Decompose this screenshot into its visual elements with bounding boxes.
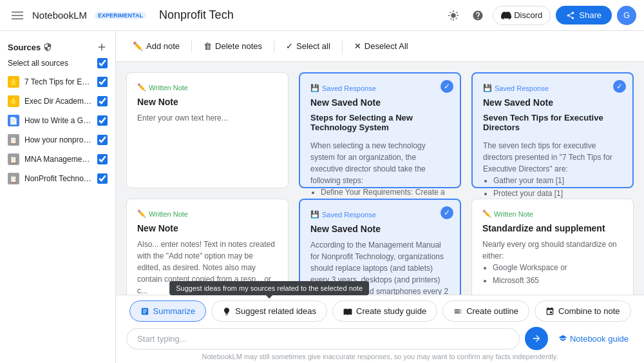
source-checkbox[interactable] xyxy=(97,173,108,184)
sidebar-item[interactable]: ⭐ 7 Tech Tips for Exec... xyxy=(0,72,115,92)
source-list: ⭐ 7 Tech Tips for Exec... ⭐ Exec Dir Aca… xyxy=(0,72,115,188)
note-select-checkbox[interactable] xyxy=(613,80,626,93)
note-card[interactable]: 💾 Saved Response New Saved Note Steps fo… xyxy=(299,72,461,188)
app-container: NotebookLM EXPERIMENTAL Nonprofit Tech D… xyxy=(0,0,644,363)
notebook-guide-button[interactable]: Notebook guide xyxy=(553,331,634,346)
select-all-row: Select all sources xyxy=(0,57,115,72)
note-title: New Saved Note xyxy=(483,97,622,108)
source-name: MNA Management Ma... xyxy=(24,155,92,164)
x-icon: ✕ xyxy=(354,41,361,51)
discord-label: Discord xyxy=(514,10,542,20)
select-all-toolbar-button[interactable]: ✓ Select all xyxy=(279,37,337,55)
bottom-panel: Summarize Suggest related ideas Suggest … xyxy=(116,295,644,363)
source-icon: ⭐ xyxy=(8,95,19,107)
notes-grid: ✏️ Written Note New Note Enter your own … xyxy=(116,62,644,295)
note-card[interactable]: 💾 Saved Response New Saved Note Seven Te… xyxy=(471,72,634,188)
sidebar-item[interactable]: 📋 NonProfit Technology _ xyxy=(0,169,115,188)
note-body: Also... enter notes! Text in notes creat… xyxy=(137,239,278,295)
study-guide-button[interactable]: Create study guide xyxy=(332,300,437,322)
main-layout: Sources Select all sources ⭐ 7 Tech Tips… xyxy=(0,31,644,363)
source-checkbox[interactable] xyxy=(97,115,108,126)
note-type-icon: ✏️ xyxy=(482,210,491,218)
source-checkbox[interactable] xyxy=(97,154,108,164)
sidebar-header: Sources xyxy=(0,36,115,57)
note-card[interactable]: ✏️ Written Note Standardize and suppleme… xyxy=(471,199,634,295)
source-name: 7 Tech Tips for Exec... xyxy=(24,77,92,86)
suggest-button[interactable]: Suggest related ideas xyxy=(211,300,327,322)
create-outline-button[interactable]: Create outline xyxy=(442,300,529,322)
note-type-icon: 💾 xyxy=(310,210,319,219)
select-all-label: Select all sources xyxy=(8,59,68,68)
svg-rect-2 xyxy=(12,18,23,19)
source-icon: 📋 xyxy=(8,173,19,184)
checkmark-icon: ✓ xyxy=(286,41,293,51)
sidebar-item[interactable]: 📋 MNA Management Ma... xyxy=(0,150,115,169)
note-card[interactable]: ✏️ Written Note New Note Enter your own … xyxy=(126,72,289,188)
note-body: Enter your own text here... xyxy=(137,112,278,124)
sidebar-title: Sources xyxy=(8,43,52,52)
content-area: ✏️ Add note 🗑 Delete notes ✓ Select all … xyxy=(116,31,644,363)
note-type-label: ✏️ Written Note xyxy=(482,210,623,218)
theme-toggle-button[interactable] xyxy=(444,6,463,25)
note-body: Nearly every org should standardize on e… xyxy=(482,239,623,288)
topbar-actions: Discord Share G xyxy=(444,6,636,25)
note-title: New Note xyxy=(137,223,278,233)
add-source-button[interactable] xyxy=(96,41,108,53)
note-type-icon: ✏️ xyxy=(137,83,146,92)
summarize-button[interactable]: Summarize xyxy=(129,300,207,322)
delete-notes-button[interactable]: 🗑 Delete notes xyxy=(197,37,269,55)
hamburger-menu[interactable] xyxy=(8,6,27,25)
source-icon: ⭐ xyxy=(8,76,19,88)
note-select-checkbox[interactable] xyxy=(440,80,453,93)
note-select-checkbox[interactable] xyxy=(440,206,453,219)
source-icon: 📄 xyxy=(8,115,19,126)
source-checkbox[interactable] xyxy=(97,77,108,87)
deselect-all-button[interactable]: ✕ Deselect All xyxy=(348,37,415,55)
chat-input[interactable] xyxy=(126,328,520,349)
help-button[interactable] xyxy=(468,6,488,25)
note-type-label: ✏️ Written Note xyxy=(137,83,278,92)
source-name: Exec Dir Academy 20... xyxy=(24,97,92,106)
source-icon: 📋 xyxy=(8,134,19,146)
avatar[interactable]: G xyxy=(617,6,636,25)
add-note-button[interactable]: ✏️ Add note xyxy=(126,37,186,55)
note-type-icon: 💾 xyxy=(483,84,492,92)
share-label: Share xyxy=(579,10,601,20)
input-row: Notebook guide xyxy=(126,327,634,350)
action-buttons-row: Summarize Suggest related ideas Suggest … xyxy=(126,300,634,322)
share-button[interactable]: Share xyxy=(556,6,612,25)
note-title: New Saved Note xyxy=(310,97,450,108)
suggest-btn-wrapper: Suggest related ideas Suggest ideas from… xyxy=(211,300,327,322)
combine-button[interactable]: Combine to note xyxy=(535,300,630,322)
add-note-icon: ✏️ xyxy=(133,41,143,51)
select-all-checkbox[interactable] xyxy=(97,58,108,68)
notebook-title: Nonprofit Tech xyxy=(159,8,439,22)
sidebar-item[interactable]: 📋 How your nonprofit ca... xyxy=(0,130,115,150)
svg-rect-1 xyxy=(12,15,23,16)
note-type-label: 💾 Saved Response xyxy=(310,84,450,92)
source-name: NonProfit Technology _ xyxy=(24,174,92,183)
sidebar-item[interactable]: 📄 How to Write a Grant... xyxy=(0,111,115,130)
note-title: New Saved Note xyxy=(310,224,450,234)
note-card[interactable]: ✏️ Written Note New Note Also... enter n… xyxy=(126,199,289,295)
source-name: How your nonprofit ca... xyxy=(24,135,92,144)
footer-text: NotebookLM may still sometimes give inac… xyxy=(126,353,634,360)
sidebar: Sources Select all sources ⭐ 7 Tech Tips… xyxy=(0,31,116,363)
note-body: According to the Management Manual for N… xyxy=(310,239,450,295)
source-checkbox[interactable] xyxy=(97,96,108,106)
send-button[interactable] xyxy=(525,327,548,350)
note-type-label: 💾 Saved Response xyxy=(483,84,622,92)
note-card[interactable]: 💾 Saved Response New Saved Note Accordin… xyxy=(299,199,461,295)
source-name: How to Write a Grant... xyxy=(24,116,92,125)
toolbar-divider-3 xyxy=(342,40,343,53)
source-checkbox[interactable] xyxy=(97,135,108,145)
svg-rect-0 xyxy=(12,12,23,13)
note-title: Standardize and supplement xyxy=(482,223,623,233)
note-type-label: ✏️ Written Note xyxy=(137,210,278,218)
note-type-icon: 💾 xyxy=(310,84,319,92)
topbar: NotebookLM EXPERIMENTAL Nonprofit Tech D… xyxy=(0,0,644,31)
note-title: New Note xyxy=(137,97,278,107)
sidebar-item[interactable]: ⭐ Exec Dir Academy 20... xyxy=(0,92,115,111)
toolbar-divider xyxy=(191,40,192,53)
discord-button[interactable]: Discord xyxy=(493,6,551,25)
